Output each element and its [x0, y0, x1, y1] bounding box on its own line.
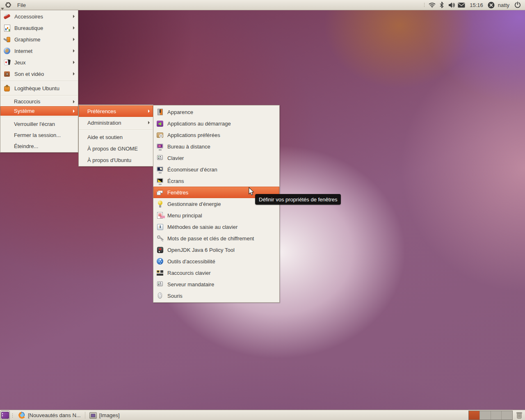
graphics-icon [3, 36, 11, 43]
tooltip: Définir vos propriétés de fenêtres [255, 194, 341, 205]
main-menu-dropdown: Accessoires Bureautique Graphisme Intern… [0, 10, 78, 153]
bottom-panel: [Nouveautés dans N... [Images] [0, 410, 525, 420]
workspace-switcher [468, 411, 513, 420]
proxy-icon [156, 281, 164, 288]
menu-item-aide[interactable]: Aide et soutien [79, 131, 153, 143]
menu-item-clavier[interactable]: Clavier [153, 152, 279, 164]
menu-item-administration[interactable]: Administration [79, 117, 153, 128]
menu-item-apropos-gnome[interactable]: À propos de GNOME [79, 143, 153, 154]
menu-item-menu-principal[interactable]: Menu principal [153, 210, 279, 221]
accessibility-icon [156, 258, 164, 265]
menu-item-logitheque[interactable]: Logithèque Ubuntu [0, 82, 78, 94]
submenu-arrow-icon [148, 110, 150, 113]
username-label[interactable]: natty [498, 2, 509, 8]
menu-item-applications-preferees[interactable]: Applications préférées [153, 129, 279, 141]
menu-item-bureau-distance[interactable]: Bureau à distance [153, 141, 279, 152]
menu-item-raccourcis[interactable]: Raccourcis [0, 97, 78, 106]
power-icon[interactable] [513, 0, 523, 10]
firefox-icon [18, 412, 25, 419]
preferred-applications-icon [156, 131, 164, 139]
menu-item-internet[interactable]: Internet [0, 45, 78, 57]
menu-item-systeme[interactable]: Système [0, 106, 78, 116]
keyboard-shortcuts-icon [156, 269, 164, 277]
menu-item-ecrans[interactable]: Écrans [153, 175, 279, 187]
remote-desktop-icon [156, 143, 164, 151]
menu-item-outils-accessibilite[interactable]: Outils d'accessibilité [153, 256, 279, 267]
menu-item-accessoires[interactable]: Accessoires [0, 11, 78, 22]
show-desktop-icon [1, 412, 9, 419]
menu-item-son-et-video[interactable]: Son et vidéo [0, 68, 78, 80]
panel-handle[interactable] [424, 2, 425, 7]
mouse-icon [156, 292, 164, 300]
workspace-2[interactable] [480, 411, 491, 420]
screensaver-icon [156, 166, 164, 173]
file-menu[interactable]: File [17, 2, 26, 8]
submenu-arrow-icon [73, 110, 75, 113]
image-viewer-icon [89, 412, 97, 419]
menu-item-jeux[interactable]: Jeux [0, 57, 78, 68]
menu-separator [0, 80, 78, 82]
keyboard-icon [156, 154, 164, 162]
passwords-keys-icon [156, 235, 164, 242]
volume-icon[interactable] [447, 0, 457, 10]
panel-handle[interactable] [12, 413, 13, 418]
menu-item-eteindre[interactable]: Éteindre... [0, 141, 78, 152]
menu-item-apparence[interactable]: Apparence [153, 106, 279, 118]
power-manager-icon [156, 200, 164, 208]
submenu-arrow-icon [73, 61, 75, 64]
submenu-arrow-icon [73, 38, 75, 41]
menu-item-souris[interactable]: Souris [153, 290, 279, 301]
taskbar-window-firefox[interactable]: [Nouveautés dans N... [15, 410, 84, 420]
startup-applications-icon [156, 120, 164, 128]
menu-separator [0, 94, 78, 97]
menu-item-applications-demarrage[interactable]: Applications au démarrage [153, 118, 279, 129]
sound-video-icon [3, 70, 11, 78]
submenu-arrow-icon [73, 100, 75, 103]
menu-item-serveur-mandataire[interactable]: Serveur mandataire [153, 278, 279, 290]
menu-item-raccourcis-clavier[interactable]: Raccourcis clavier [153, 267, 279, 278]
menu-item-apropos-ubuntu[interactable]: À propos d'Ubuntu [79, 154, 153, 166]
wifi-icon[interactable] [427, 0, 437, 10]
mail-icon[interactable] [457, 0, 466, 10]
submenu-arrow-icon [73, 49, 75, 52]
main-menu-icon [156, 212, 164, 219]
clock[interactable]: 15:16 [470, 2, 483, 8]
internet-icon [3, 47, 11, 55]
workspace-4[interactable] [502, 411, 512, 420]
accessories-icon [3, 13, 11, 21]
workspace-3[interactable] [491, 411, 502, 420]
submenu-arrow-icon [148, 121, 150, 124]
taskbar-separator [85, 412, 85, 419]
windows-icon [156, 189, 164, 196]
workspace-1[interactable] [469, 411, 480, 420]
java-policy-icon [156, 246, 164, 254]
appearance-icon [156, 108, 164, 116]
ubuntu-logo[interactable] [3, 0, 13, 10]
show-desktop-button[interactable] [0, 411, 10, 420]
mouse-cursor [248, 187, 254, 196]
menu-separator [79, 128, 153, 131]
menu-item-graphisme[interactable]: Graphisme [0, 34, 78, 45]
menu-item-verrouiller[interactable]: Verrouiller l'écran [0, 119, 78, 130]
menu-item-bureautique[interactable]: Bureautique [0, 22, 78, 34]
menu-item-openjdk[interactable]: OpenJDK Java 6 Policy Tool [153, 244, 279, 256]
office-icon [3, 24, 11, 32]
menu-item-economiseur[interactable]: Économiseur d'écran [153, 164, 279, 175]
menu-item-preferences[interactable]: Préférences [79, 105, 153, 117]
menu-item-mots-de-passe[interactable]: Mots de passe et clés de chiffrement [153, 233, 279, 244]
input-methods-icon [156, 223, 164, 231]
submenu-arrow-icon [73, 26, 75, 30]
bluetooth-icon[interactable] [437, 0, 447, 10]
top-panel: File 15:16 [0, 0, 525, 10]
games-icon [3, 59, 11, 66]
systeme-submenu: Préférences Administration Aide et souti… [78, 105, 153, 167]
user-status-icon[interactable] [486, 0, 496, 10]
taskbar-window-images[interactable]: [Images] [86, 410, 123, 420]
menu-item-fermer-session[interactable]: Fermer la session... [0, 130, 78, 141]
submenu-arrow-icon [73, 15, 75, 18]
submenu-arrow-icon [73, 72, 75, 75]
desktop: File 15:16 [0, 0, 525, 420]
trash-icon[interactable] [515, 411, 523, 419]
menu-separator [0, 116, 78, 119]
menu-item-methodes-saisie[interactable]: Méthodes de saisie au clavier [153, 221, 279, 233]
